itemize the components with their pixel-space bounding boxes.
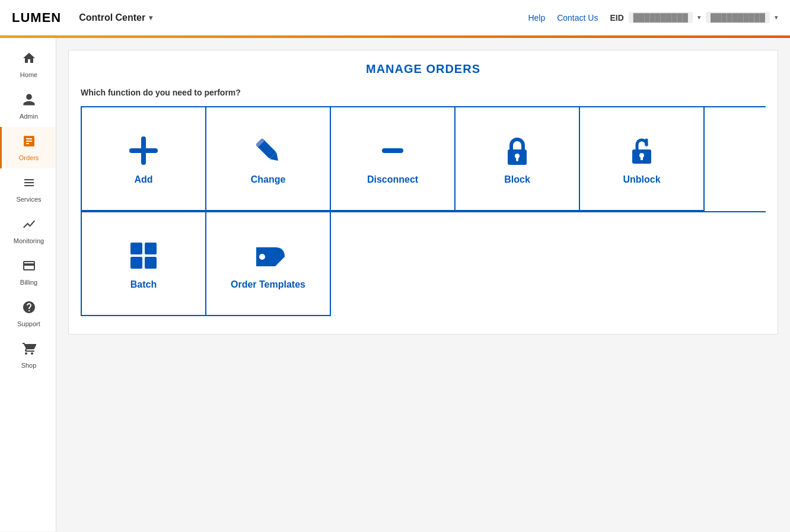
home-icon — [22, 51, 36, 69]
disconnect-icon — [375, 133, 410, 168]
sidebar-item-home[interactable]: Home — [0, 44, 56, 85]
batch-tile[interactable]: Batch — [82, 212, 206, 316]
sidebar-item-monitoring[interactable]: Monitoring — [0, 210, 56, 251]
unblock-tile[interactable]: Unblock — [580, 107, 705, 211]
layout: Home Admin Orders Se — [0, 38, 790, 531]
tiles-row-1: Add Change — [81, 106, 766, 211]
user-value: ██████████ — [706, 12, 770, 23]
change-label: Change — [251, 174, 286, 185]
monitoring-icon — [22, 217, 36, 235]
unblock-icon — [624, 133, 660, 168]
tiles-grid: Add Change — [81, 106, 766, 316]
contact-us-link[interactable]: Contact Us — [557, 13, 598, 23]
chevron-down-icon: ▾ — [149, 14, 152, 22]
sidebar-item-support[interactable]: Support — [0, 293, 56, 335]
order-templates-tile[interactable]: Order Templates — [206, 212, 331, 316]
header-right: Help Contact Us EID ██████████ ▾ ███████… — [528, 12, 778, 23]
control-center-label: Control Center — [79, 12, 145, 23]
eid-chevron-icon[interactable]: ▾ — [697, 14, 701, 21]
sidebar-billing-label: Billing — [20, 279, 37, 286]
header: LUM​EN Control Center ▾ Help Contact Us … — [0, 0, 790, 36]
add-label: Add — [134, 174, 152, 185]
eid-section: EID ██████████ ▾ ██████████ ▾ — [610, 12, 778, 23]
svg-rect-14 — [145, 243, 157, 254]
sidebar-item-orders[interactable]: Orders — [0, 127, 56, 168]
add-icon — [126, 133, 161, 168]
batch-icon — [126, 238, 161, 273]
sidebar-item-shop[interactable]: Shop — [0, 335, 56, 376]
order-templates-label: Order Templates — [231, 279, 305, 290]
sidebar-home-label: Home — [20, 71, 37, 78]
sidebar-item-services[interactable]: Services — [0, 168, 56, 210]
svg-rect-13 — [130, 243, 142, 254]
svg-rect-6 — [382, 148, 403, 153]
billing-icon — [22, 259, 36, 276]
change-icon — [250, 133, 286, 168]
svg-rect-15 — [130, 257, 142, 269]
block-tile[interactable]: Block — [455, 107, 580, 211]
sidebar-support-label: Support — [17, 320, 40, 327]
control-center-dropdown[interactable]: Control Center ▾ — [79, 12, 152, 23]
orders-icon — [22, 134, 36, 152]
shop-icon — [22, 342, 36, 359]
main-content: MANAGE ORDERS Which function do you need… — [56, 38, 790, 531]
unblock-label: Unblock — [623, 174, 660, 185]
add-tile[interactable]: Add — [82, 107, 206, 211]
svg-rect-12 — [641, 157, 643, 160]
content-card: MANAGE ORDERS Which function do you need… — [68, 50, 778, 335]
sidebar-admin-label: Admin — [20, 113, 38, 120]
sidebar-monitoring-label: Monitoring — [14, 237, 44, 244]
batch-label: Batch — [130, 279, 157, 290]
disconnect-label: Disconnect — [367, 174, 418, 185]
function-prompt: Which function do you need to perform? — [81, 88, 766, 97]
sidebar-orders-label: Orders — [19, 154, 39, 161]
eid-value: ██████████ — [629, 12, 693, 23]
help-link[interactable]: Help — [528, 13, 545, 23]
services-icon — [22, 176, 36, 193]
svg-point-17 — [259, 254, 265, 260]
change-tile[interactable]: Change — [206, 107, 331, 211]
eid-label: EID — [610, 13, 623, 23]
sidebar-shop-label: Shop — [21, 362, 37, 369]
logo: LUM​EN — [12, 10, 61, 26]
admin-icon — [22, 93, 36, 110]
user-chevron-icon[interactable]: ▾ — [775, 14, 778, 21]
sidebar-item-billing[interactable]: Billing — [0, 251, 56, 293]
block-label: Block — [504, 174, 530, 185]
support-icon — [22, 300, 36, 318]
order-templates-icon — [250, 238, 286, 273]
disconnect-tile[interactable]: Disconnect — [331, 107, 455, 211]
svg-rect-9 — [516, 157, 518, 161]
sidebar-services-label: Services — [16, 196, 41, 203]
svg-rect-16 — [145, 257, 157, 269]
block-icon — [499, 133, 535, 168]
tiles-row-2: Batch Order Templates — [81, 211, 766, 316]
sidebar: Home Admin Orders Se — [0, 38, 56, 531]
sidebar-item-admin[interactable]: Admin — [0, 85, 56, 127]
page-title: MANAGE ORDERS — [81, 62, 766, 76]
